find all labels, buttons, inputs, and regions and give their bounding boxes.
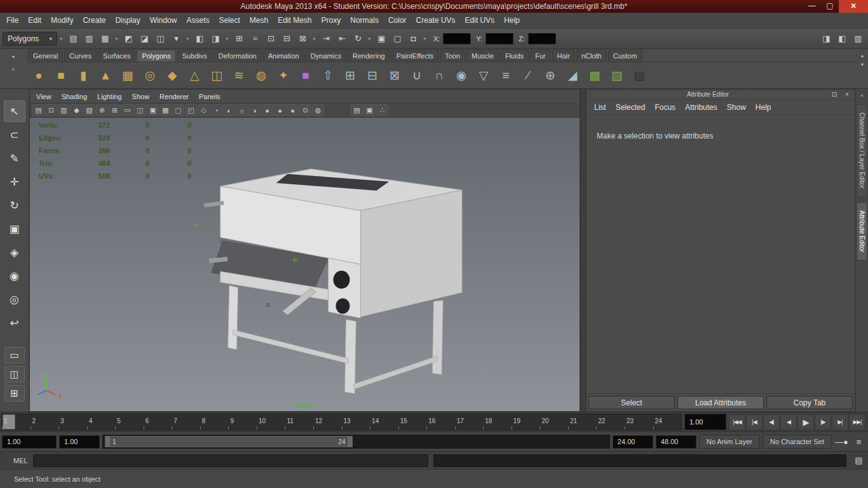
- shelf-tab-animation[interactable]: Animation: [263, 50, 304, 62]
- gate-mask-icon[interactable]: ▣: [147, 104, 159, 116]
- anim-preferences-icon[interactable]: ≡: [851, 435, 866, 449]
- shelf-tab-hair[interactable]: Hair: [552, 50, 575, 62]
- bookmark-icon[interactable]: ◆: [71, 104, 83, 116]
- ae-menu-list[interactable]: List: [594, 103, 606, 112]
- poly-pyramid-icon[interactable]: △: [185, 66, 204, 85]
- ae-menu-show[interactable]: Show: [727, 103, 746, 112]
- playback-start-input[interactable]: 1.00: [59, 435, 100, 449]
- timeline-frame[interactable]: 17: [455, 414, 484, 430]
- node-editor-icon[interactable]: ∴: [376, 104, 388, 116]
- close-icon[interactable]: ×: [843, 91, 851, 98]
- shelf-tab-switcher-icon[interactable]: ▾: [9, 53, 18, 60]
- menu-edit[interactable]: Edit: [28, 16, 41, 25]
- shelf-tab-ncloth[interactable]: nCloth: [576, 50, 607, 62]
- camera-name-label[interactable]: persp: [30, 401, 580, 409]
- poly-reduce-icon[interactable]: ▽: [474, 66, 493, 85]
- shelf-tab-curves[interactable]: Curves: [64, 50, 97, 62]
- ae-menu-attributes[interactable]: Attributes: [685, 103, 717, 112]
- timeline-frame[interactable]: 22: [596, 414, 625, 430]
- open-scene-icon[interactable]: ▥: [82, 31, 97, 46]
- shelf-tab-rendering[interactable]: Rendering: [348, 50, 390, 62]
- poly-cube-icon[interactable]: ■: [51, 66, 71, 85]
- panel-splitter[interactable]: [580, 89, 586, 412]
- ae-menu-help[interactable]: Help: [756, 103, 771, 112]
- group-divider-icon[interactable]: ▸: [422, 36, 428, 41]
- camera-select-icon[interactable]: ▤: [32, 104, 44, 116]
- shadows-icon[interactable]: ◑: [248, 104, 261, 116]
- camera-attributes-icon[interactable]: ▥: [58, 104, 70, 116]
- timeline-frame[interactable]: 6: [144, 414, 172, 430]
- menu-create[interactable]: Create: [83, 16, 105, 25]
- timeline-frame[interactable]: 7: [172, 414, 200, 430]
- render-view-icon[interactable]: ▣: [363, 104, 376, 116]
- maximize-button[interactable]: ▢: [821, 0, 839, 13]
- load-attributes-button[interactable]: Load Attributes: [677, 396, 764, 409]
- interactive-split-icon[interactable]: ∕: [519, 66, 538, 85]
- shaded-mode-icon[interactable]: ◔: [210, 104, 222, 116]
- play-backwards-button[interactable]: ◀: [780, 414, 797, 430]
- auto-keyframe-icon[interactable]: —●: [834, 435, 849, 449]
- poly-torus-icon[interactable]: ◎: [140, 66, 159, 85]
- shelf-tab-dynamics[interactable]: Dynamics: [306, 50, 346, 62]
- menu-help[interactable]: Help: [504, 16, 520, 25]
- last-tool[interactable]: ↩: [4, 312, 25, 334]
- command-input[interactable]: [33, 454, 428, 467]
- go-to-end-button[interactable]: ▶▶|: [849, 414, 865, 430]
- grill-knob-top[interactable]: [333, 271, 349, 288]
- viewport-canvas[interactable]: y x Verts:27200 Edges:51900 Faces:26600 …: [30, 118, 580, 411]
- snap-curve-icon[interactable]: ≈: [248, 31, 262, 46]
- poly-platonic-icon[interactable]: ✦: [274, 66, 293, 85]
- clipboard-attributes-icon[interactable]: ▨: [607, 66, 627, 85]
- title-bar[interactable]: Autodesk Maya 2013 x64 - Student Version…: [0, 0, 868, 13]
- timeline-frame[interactable]: 18: [483, 414, 512, 430]
- panel-menu-view[interactable]: View: [36, 93, 51, 100]
- timeline-frame[interactable]: 15: [398, 414, 427, 430]
- tab-channel-box-layer-editor[interactable]: Channel Box / Layer Editor: [857, 104, 867, 197]
- character-set-selector[interactable]: No Character Set: [763, 435, 832, 449]
- minimize-button[interactable]: —: [803, 0, 821, 13]
- select-button[interactable]: Select: [588, 396, 675, 409]
- field-chart-icon[interactable]: ▦: [159, 104, 172, 116]
- playback-end-input[interactable]: 24.00: [613, 435, 653, 449]
- paint-transfer-weights-icon[interactable]: ▧: [630, 66, 649, 85]
- boolean-union-icon[interactable]: ∪: [407, 66, 426, 85]
- poly-pipe-icon[interactable]: ◫: [207, 66, 226, 85]
- menu-color[interactable]: Color: [388, 16, 407, 25]
- pan-zoom-icon[interactable]: ⊕: [96, 104, 108, 116]
- poly-separate-icon[interactable]: ⊟: [363, 66, 382, 85]
- highlight-selection-icon[interactable]: ◧: [193, 31, 207, 46]
- timeline-frame[interactable]: 1: [2, 414, 31, 430]
- universal-manipulator-tool[interactable]: ◈: [4, 241, 25, 263]
- timeline-frame[interactable]: 3: [58, 414, 87, 430]
- step-back-key-button[interactable]: ◀|: [763, 414, 780, 430]
- toggle-attribute-editor-icon[interactable]: ◧: [835, 31, 850, 46]
- resolution-gate-icon[interactable]: ◫: [134, 104, 146, 116]
- step-forward-frame-button[interactable]: ▶|: [832, 414, 848, 430]
- mel-label[interactable]: MEL: [2, 457, 28, 464]
- poly-extract-icon[interactable]: ⊠: [385, 66, 404, 85]
- timeline-frame[interactable]: 5: [115, 414, 144, 430]
- timeline-frame[interactable]: 12: [313, 414, 342, 430]
- select-tool[interactable]: ↖: [4, 100, 25, 122]
- selection-mask-menu-icon[interactable]: ▾: [169, 31, 184, 46]
- copy-tab-button[interactable]: Copy Tab: [766, 396, 853, 409]
- step-forward-key-button[interactable]: |▶: [815, 414, 831, 430]
- safe-title-icon[interactable]: ◰: [185, 104, 197, 116]
- grill-model[interactable]: [204, 169, 463, 394]
- grill-knob-bottom[interactable]: [336, 298, 349, 313]
- range-end-handle[interactable]: 24: [338, 438, 345, 445]
- panel-menu-panels[interactable]: Panels: [199, 93, 220, 100]
- poly-bevel-icon[interactable]: ◢: [563, 66, 582, 85]
- subdiv-cube-icon[interactable]: ■: [296, 66, 315, 85]
- shelf-tab-deformation[interactable]: Deformation: [214, 50, 262, 62]
- timeline-frame[interactable]: 13: [342, 414, 370, 430]
- render-settings-icon[interactable]: ◘: [406, 31, 421, 46]
- timeline-frame[interactable]: 16: [426, 414, 455, 430]
- timeline-frame[interactable]: 20: [539, 414, 568, 430]
- playback-range-bar[interactable]: 1 24: [105, 436, 353, 447]
- timeline-frame[interactable]: 23: [625, 414, 653, 430]
- poly-extrude-icon[interactable]: ⇧: [318, 66, 337, 85]
- group-divider-icon[interactable]: ▸: [58, 36, 65, 41]
- image-plane-icon[interactable]: ▧: [83, 104, 95, 116]
- range-start-handle[interactable]: 1: [112, 438, 116, 445]
